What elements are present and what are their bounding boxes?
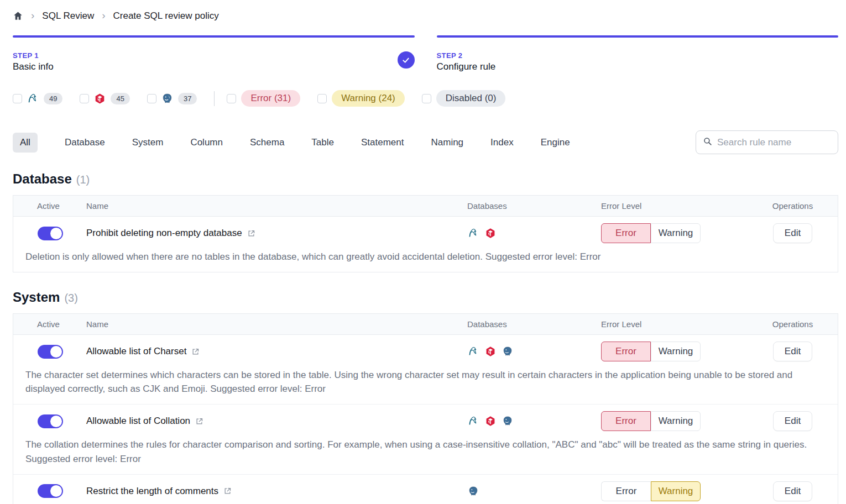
error-level-segmented-control: Error Warning xyxy=(601,411,701,431)
error-level-error-button[interactable]: Error xyxy=(601,411,651,431)
rule-engines xyxy=(452,416,601,427)
filter-divider xyxy=(214,91,215,106)
disabled-filter-checkbox[interactable] xyxy=(422,94,431,103)
postgresql-icon xyxy=(502,346,513,357)
section-system-heading: System (3) xyxy=(13,290,838,305)
postgres-rule-count: 37 xyxy=(178,93,197,104)
external-link-icon[interactable] xyxy=(223,487,232,495)
step-1-progress-bar xyxy=(13,35,415,38)
external-link-icon[interactable] xyxy=(191,348,200,356)
rule-active-toggle[interactable] xyxy=(38,484,63,498)
tab-table[interactable]: Table xyxy=(311,133,334,153)
rule-description: The collation determines the rules for c… xyxy=(13,437,838,474)
header-operations: Operations xyxy=(748,314,838,334)
error-level-error-button[interactable]: Error xyxy=(601,481,651,501)
rule-name: Allowable list of Collation xyxy=(86,416,190,427)
error-count-pill: Error (31) xyxy=(241,90,300,107)
step-1-basic-info[interactable]: STEP 1 Basic info xyxy=(13,35,415,72)
table-row: Allowable list of Charset Error Warning xyxy=(13,335,838,367)
error-level-segmented-control: Error Warning xyxy=(601,481,701,501)
header-error-level: Error Level xyxy=(601,196,748,216)
error-level-warning-button[interactable]: Warning xyxy=(651,411,701,431)
header-active: Active xyxy=(13,196,86,216)
tidb-filter-checkbox[interactable] xyxy=(80,94,89,103)
edit-button[interactable]: Edit xyxy=(773,481,812,501)
step-2-title: Configure rule xyxy=(437,61,839,72)
postgresql-icon xyxy=(161,93,173,104)
error-level-error-button[interactable]: Error xyxy=(601,223,651,243)
error-filter-checkbox[interactable] xyxy=(227,94,236,103)
mysql-icon xyxy=(468,416,479,427)
table-row: Prohibit deleting non-empty database Err… xyxy=(13,217,838,249)
tab-naming[interactable]: Naming xyxy=(431,133,463,153)
tab-schema[interactable]: Schema xyxy=(250,133,284,153)
rule-description: The character set determines which chara… xyxy=(13,367,838,404)
rule-engines xyxy=(452,346,601,357)
tidb-icon xyxy=(94,93,106,104)
rule-name: Allowable list of Charset xyxy=(86,346,186,357)
filter-engine-postgres: 37 xyxy=(147,93,197,104)
step-1-completed-check-icon xyxy=(398,51,415,69)
edit-button[interactable]: Edit xyxy=(773,411,812,431)
rule-active-toggle[interactable] xyxy=(38,345,63,359)
rule-active-toggle[interactable] xyxy=(38,227,63,240)
tab-column[interactable]: Column xyxy=(190,133,223,153)
table-row: Restrict the length of comments Error Wa… xyxy=(13,475,838,504)
filter-engine-mysql: 49 xyxy=(13,93,62,104)
filter-level-warning: Warning (24) xyxy=(317,90,405,107)
tab-system[interactable]: System xyxy=(132,133,164,153)
tab-engine[interactable]: Engine xyxy=(541,133,570,153)
header-databases: Databases xyxy=(452,196,601,216)
edit-button[interactable]: Edit xyxy=(773,342,812,361)
breadcrumb-chevron-icon: › xyxy=(31,10,34,22)
rule-name: Prohibit deleting non-empty database xyxy=(86,228,242,239)
header-active: Active xyxy=(13,314,86,334)
category-tab-bar: All Database System Column Schema Table … xyxy=(13,130,838,154)
section-database-heading: Database (1) xyxy=(13,171,838,187)
rule-active-toggle[interactable] xyxy=(38,414,63,428)
error-level-error-button[interactable]: Error xyxy=(601,342,651,361)
disabled-count-pill: Disabled (0) xyxy=(436,90,506,107)
section-title: Database xyxy=(13,171,72,187)
step-indicators: STEP 1 Basic info STEP 2 Configure rule xyxy=(13,35,838,72)
table-header-row: Active Name Databases Error Level Operat… xyxy=(13,314,838,335)
rule-prohibit-deleting-non-empty-database: Prohibit deleting non-empty database Err… xyxy=(13,217,838,272)
breadcrumb-sql-review[interactable]: SQL Review xyxy=(42,11,94,22)
warning-count-pill: Warning (24) xyxy=(332,90,405,107)
error-level-warning-button[interactable]: Warning xyxy=(651,223,701,243)
tab-statement[interactable]: Statement xyxy=(361,133,404,153)
step-2-progress-bar xyxy=(437,35,839,38)
external-link-icon[interactable] xyxy=(195,417,203,426)
category-tabs: All Database System Column Schema Table … xyxy=(13,133,570,153)
rule-engines xyxy=(452,486,601,497)
external-link-icon[interactable] xyxy=(247,229,255,238)
error-level-warning-button[interactable]: Warning xyxy=(651,342,701,361)
tab-database[interactable]: Database xyxy=(65,133,105,153)
mysql-icon xyxy=(468,228,479,239)
section-count: (3) xyxy=(64,292,77,305)
header-name: Name xyxy=(86,196,452,216)
step-2-configure-rule[interactable]: STEP 2 Configure rule xyxy=(437,35,839,72)
search-icon xyxy=(703,136,712,148)
error-level-segmented-control: Error Warning xyxy=(601,223,701,243)
tab-all[interactable]: All xyxy=(13,133,38,153)
rule-allowable-list-of-charset: Allowable list of Charset Error Warning xyxy=(13,335,838,405)
postgres-filter-checkbox[interactable] xyxy=(147,94,156,103)
header-operations: Operations xyxy=(748,196,838,216)
postgresql-icon xyxy=(502,416,513,427)
search-input[interactable] xyxy=(717,137,831,148)
mysql-icon xyxy=(468,346,479,357)
tab-index[interactable]: Index xyxy=(490,133,514,153)
edit-button[interactable]: Edit xyxy=(773,223,812,243)
mysql-rule-count: 49 xyxy=(44,93,62,104)
rule-restrict-the-length-of-comments: Restrict the length of comments Error Wa… xyxy=(13,475,838,504)
warning-filter-checkbox[interactable] xyxy=(317,94,327,103)
database-rule-table: Active Name Databases Error Level Operat… xyxy=(13,195,838,272)
filter-level-error: Error (31) xyxy=(227,90,300,107)
error-level-warning-button[interactable]: Warning xyxy=(651,481,701,501)
tidb-icon xyxy=(485,228,496,239)
mysql-filter-checkbox[interactable] xyxy=(13,94,22,103)
create-sql-review-policy-page: › SQL Review › Create SQL review policy … xyxy=(0,0,846,504)
section-count: (1) xyxy=(76,174,90,186)
home-icon[interactable] xyxy=(13,11,23,21)
